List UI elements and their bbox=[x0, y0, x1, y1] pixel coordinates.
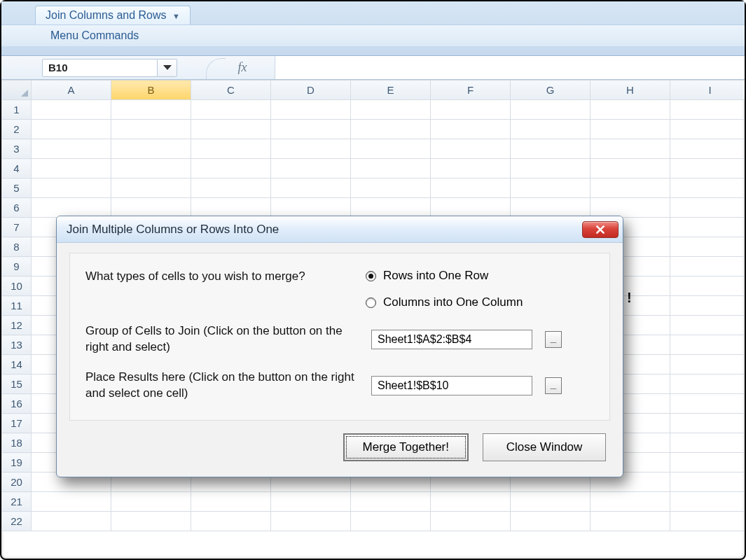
row-header-9[interactable]: 9 bbox=[2, 257, 32, 276]
cell-D21[interactable] bbox=[271, 492, 351, 512]
col-header-D[interactable]: D bbox=[271, 80, 351, 100]
cell-C22[interactable] bbox=[191, 512, 271, 531]
row-header-7[interactable]: 7 bbox=[2, 218, 32, 237]
col-header-A[interactable]: A bbox=[32, 80, 111, 100]
row-header-4[interactable]: 4 bbox=[2, 159, 32, 178]
cell-F4[interactable] bbox=[431, 159, 511, 178]
cell-I17[interactable] bbox=[670, 414, 745, 433]
formula-input[interactable] bbox=[275, 56, 745, 79]
cell-D3[interactable] bbox=[271, 139, 351, 159]
ribbon-subtab-menu-commands[interactable]: Menu Commands bbox=[1, 24, 745, 46]
cell-E3[interactable] bbox=[351, 139, 431, 159]
cell-B1[interactable] bbox=[111, 100, 191, 120]
cell-A6[interactable] bbox=[32, 198, 111, 218]
cell-I19[interactable] bbox=[670, 453, 745, 472]
cell-G4[interactable] bbox=[511, 159, 590, 178]
result-cell-range-button[interactable]: _ bbox=[545, 377, 562, 394]
cell-B3[interactable] bbox=[111, 139, 191, 159]
col-header-I[interactable]: I bbox=[670, 80, 745, 100]
row-header-21[interactable]: 21 bbox=[2, 492, 32, 512]
cell-D2[interactable] bbox=[271, 120, 351, 139]
cell-F22[interactable] bbox=[431, 512, 511, 531]
cell-H3[interactable] bbox=[590, 139, 670, 159]
cell-D1[interactable] bbox=[271, 100, 351, 120]
cell-I16[interactable] bbox=[670, 394, 745, 414]
col-header-E[interactable]: E bbox=[351, 80, 431, 100]
cell-B2[interactable] bbox=[111, 120, 191, 139]
row-header-12[interactable]: 12 bbox=[2, 316, 32, 335]
cell-C4[interactable] bbox=[191, 159, 271, 178]
col-header-G[interactable]: G bbox=[511, 80, 590, 100]
row-header-13[interactable]: 13 bbox=[2, 335, 32, 355]
row-header-22[interactable]: 22 bbox=[2, 512, 32, 531]
row-header-18[interactable]: 18 bbox=[2, 433, 32, 453]
row-header-20[interactable]: 20 bbox=[2, 472, 32, 492]
cell-I11[interactable] bbox=[670, 296, 745, 316]
cell-E1[interactable] bbox=[351, 100, 431, 120]
cell-I2[interactable] bbox=[670, 120, 745, 139]
row-header-8[interactable]: 8 bbox=[2, 237, 32, 257]
row-header-2[interactable]: 2 bbox=[2, 120, 32, 139]
name-box-dropdown[interactable] bbox=[158, 59, 177, 77]
row-header-5[interactable]: 5 bbox=[2, 178, 32, 198]
cell-E4[interactable] bbox=[351, 159, 431, 178]
cell-D6[interactable] bbox=[271, 198, 351, 218]
col-header-C[interactable]: C bbox=[191, 80, 271, 100]
cell-I12[interactable] bbox=[670, 316, 745, 335]
cell-I3[interactable] bbox=[670, 139, 745, 159]
group-cells-range-button[interactable]: _ bbox=[545, 331, 562, 348]
radio-rows-into-one[interactable]: Rows into One Row bbox=[366, 269, 523, 283]
cell-I14[interactable] bbox=[670, 355, 745, 374]
cell-H6[interactable] bbox=[590, 198, 670, 218]
col-header-B[interactable]: B bbox=[111, 80, 191, 100]
cell-B4[interactable] bbox=[111, 159, 191, 178]
row-header-11[interactable]: 11 bbox=[2, 296, 32, 316]
cell-I8[interactable] bbox=[670, 237, 745, 257]
cell-I20[interactable] bbox=[670, 472, 745, 492]
merge-together-button[interactable]: Merge Together! bbox=[343, 433, 469, 461]
group-cells-input[interactable]: Sheet1!$A$2:$B$4 bbox=[371, 330, 532, 349]
cell-F5[interactable] bbox=[431, 178, 511, 198]
cell-A5[interactable] bbox=[32, 178, 111, 198]
cell-H4[interactable] bbox=[590, 159, 670, 178]
cell-I9[interactable] bbox=[670, 257, 745, 276]
row-header-16[interactable]: 16 bbox=[2, 394, 32, 414]
result-cell-input[interactable]: Sheet1!$B$10 bbox=[371, 376, 532, 396]
ribbon-tab-join[interactable]: Join Columns and Rows ▼ bbox=[35, 6, 191, 24]
cell-I6[interactable] bbox=[670, 198, 745, 218]
cell-G2[interactable] bbox=[511, 120, 590, 139]
dialog-titlebar[interactable]: Join Multiple Columns or Rows Into One bbox=[57, 216, 623, 243]
radio-columns-into-one[interactable]: Columns into One Column bbox=[366, 295, 523, 309]
name-box[interactable]: B10 bbox=[42, 59, 158, 77]
select-all-corner[interactable] bbox=[2, 80, 32, 100]
row-header-15[interactable]: 15 bbox=[2, 374, 32, 394]
cell-G5[interactable] bbox=[511, 178, 590, 198]
cell-H1[interactable] bbox=[590, 100, 670, 120]
cell-G1[interactable] bbox=[511, 100, 590, 120]
cell-I18[interactable] bbox=[670, 433, 745, 453]
col-header-H[interactable]: H bbox=[590, 80, 670, 100]
cell-I1[interactable] bbox=[670, 100, 745, 120]
cell-H21[interactable] bbox=[590, 492, 670, 512]
cell-E21[interactable] bbox=[351, 492, 431, 512]
cell-D4[interactable] bbox=[271, 159, 351, 178]
dialog-close-button[interactable] bbox=[582, 221, 619, 238]
row-header-19[interactable]: 19 bbox=[2, 453, 32, 472]
fx-button[interactable]: fx bbox=[226, 60, 260, 75]
cell-A21[interactable] bbox=[32, 492, 111, 512]
row-header-17[interactable]: 17 bbox=[2, 414, 32, 433]
cell-B5[interactable] bbox=[111, 178, 191, 198]
cell-E2[interactable] bbox=[351, 120, 431, 139]
row-header-6[interactable]: 6 bbox=[2, 198, 32, 218]
cell-F6[interactable] bbox=[431, 198, 511, 218]
cell-D22[interactable] bbox=[271, 512, 351, 531]
cell-B21[interactable] bbox=[111, 492, 191, 512]
cell-I7[interactable] bbox=[670, 218, 745, 237]
row-header-1[interactable]: 1 bbox=[2, 100, 32, 120]
col-header-F[interactable]: F bbox=[431, 80, 511, 100]
cell-B22[interactable] bbox=[111, 512, 191, 531]
row-header-14[interactable]: 14 bbox=[2, 355, 32, 374]
cell-F2[interactable] bbox=[431, 120, 511, 139]
cell-E5[interactable] bbox=[351, 178, 431, 198]
cell-C6[interactable] bbox=[191, 198, 271, 218]
